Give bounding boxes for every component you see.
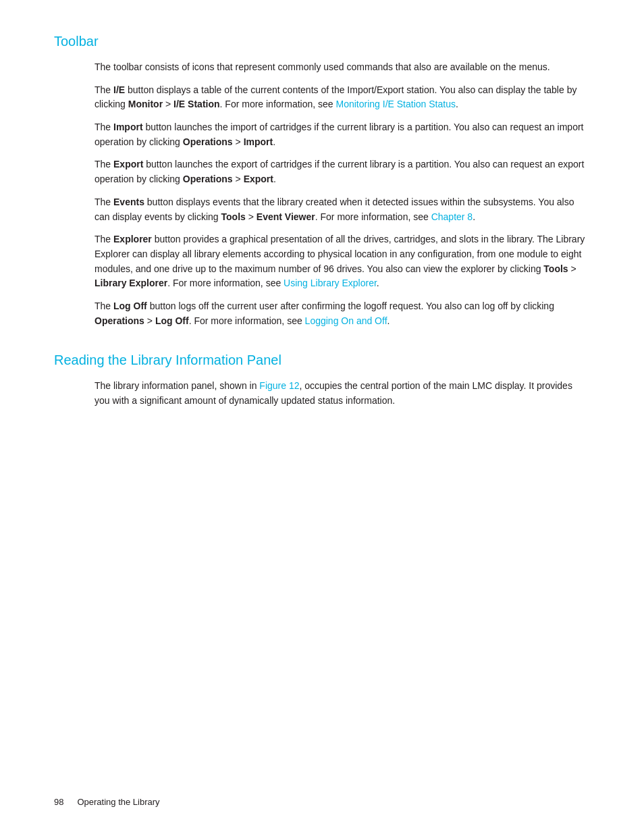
tools-bold: Tools <box>221 211 246 222</box>
footer: 98 Operating the Library <box>54 797 160 807</box>
reading-intro-paragraph: The library information panel, shown in … <box>95 379 590 408</box>
using-library-explorer-link[interactable]: Using Library Explorer <box>284 278 377 288</box>
monitoring-ie-link[interactable]: Monitoring I/E Station Status <box>336 99 456 109</box>
operations-export-bold: Operations <box>183 174 233 184</box>
library-explorer-bold: Library Explorer <box>95 278 167 288</box>
monitor-bold: Monitor <box>128 99 163 109</box>
import-bold: Import <box>113 122 143 132</box>
operations-import-bold: Operations <box>183 136 233 147</box>
toolbar-events-paragraph: The Events button displays events that t… <box>95 195 590 224</box>
operations-logoff-bold: Operations <box>95 315 144 326</box>
page-number: 98 <box>54 797 63 807</box>
ie-station-bold: I/E Station <box>173 99 219 109</box>
export-bold: Export <box>113 159 143 170</box>
toolbar-logoff-paragraph: The Log Off button logs off the current … <box>95 299 590 328</box>
toolbar-import-paragraph: The Import button launches the import of… <box>95 120 590 149</box>
ie-bold: I/E <box>113 84 125 95</box>
import-menu-bold: Import <box>244 136 273 147</box>
toolbar-export-paragraph: The Export button launches the export of… <box>95 157 590 186</box>
toolbar-ie-paragraph: The I/E button displays a table of the c… <box>95 83 590 112</box>
toolbar-heading: Toolbar <box>54 34 590 49</box>
footer-section-title: Operating the Library <box>77 797 159 807</box>
logging-on-off-link[interactable]: Logging On and Off <box>305 315 387 326</box>
logoff-menu-bold: Log Off <box>155 315 189 326</box>
logoff-bold: Log Off <box>113 301 147 311</box>
reading-heading: Reading the Library Information Panel <box>54 353 590 368</box>
toolbar-content: The toolbar consists of icons that repre… <box>95 60 590 328</box>
chapter8-link[interactable]: Chapter 8 <box>431 211 473 222</box>
tools2-bold: Tools <box>543 263 568 274</box>
toolbar-section: Toolbar The toolbar consists of icons th… <box>54 34 590 328</box>
toolbar-explorer-paragraph: The Explorer button provides a graphical… <box>95 232 590 291</box>
export-menu-bold: Export <box>244 174 273 184</box>
page: Toolbar The toolbar consists of icons th… <box>0 0 644 834</box>
event-viewer-bold: Event Viewer <box>257 211 315 222</box>
explorer-bold: Explorer <box>113 234 152 244</box>
reading-section: Reading the Library Information Panel Th… <box>54 353 590 408</box>
toolbar-intro-paragraph: The toolbar consists of icons that repre… <box>95 60 590 75</box>
events-bold: Events <box>113 197 144 207</box>
figure12-link[interactable]: Figure 12 <box>259 380 299 391</box>
reading-content: The library information panel, shown in … <box>95 379 590 408</box>
